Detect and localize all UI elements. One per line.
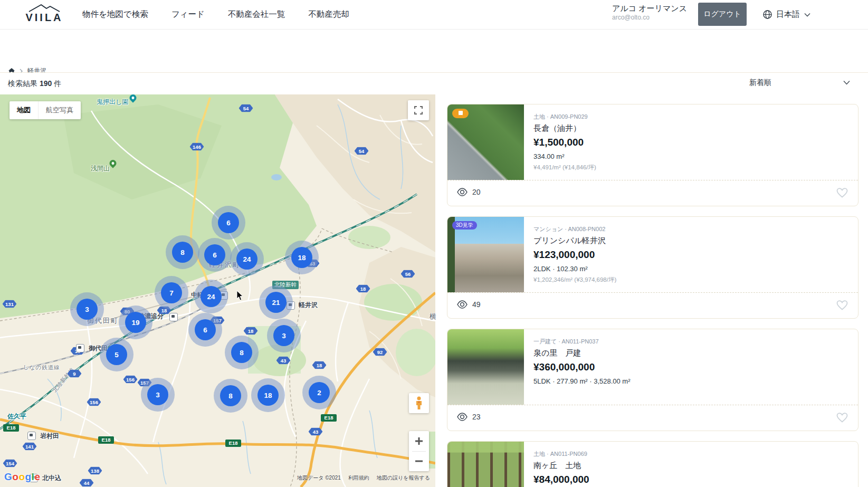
map-cluster-marker[interactable]: 8 bbox=[231, 342, 252, 363]
map-cluster-marker[interactable]: 5 bbox=[106, 344, 127, 365]
map-cluster-marker[interactable]: 6 bbox=[195, 319, 216, 340]
map-cluster-marker[interactable]: 19 bbox=[125, 312, 146, 333]
property-photo bbox=[447, 442, 524, 487]
map-cluster-marker[interactable]: 3 bbox=[147, 384, 168, 405]
favorite-heart-icon[interactable] bbox=[836, 188, 848, 198]
mountain-logo-icon bbox=[27, 4, 61, 12]
nav-item[interactable]: 不動産売却 bbox=[308, 9, 349, 20]
language-label: 日本語 bbox=[776, 9, 800, 20]
property-card[interactable]: 土地 · AN011-PN069 南ヶ丘 土地 ¥84,000,000 903.… bbox=[447, 441, 859, 487]
property-price: ¥1,500,000 bbox=[533, 137, 584, 148]
card-footer: 23 bbox=[447, 405, 858, 431]
map-cluster-marker[interactable]: 3 bbox=[273, 325, 294, 346]
property-photo bbox=[447, 329, 524, 405]
map-cluster-marker[interactable]: 7 bbox=[161, 282, 182, 303]
title-section: 軽井沢 長野県軽井沢 bbox=[0, 30, 868, 72]
map-cluster-marker[interactable]: 8 bbox=[220, 385, 241, 406]
zoom-out-button[interactable] bbox=[409, 452, 429, 472]
main-nav: 物件を地図で検索フィード不動産会社一覧不動産売却 bbox=[82, 0, 349, 29]
property-price: ¥123,000,000 bbox=[533, 249, 595, 261]
property-card[interactable]: 土地 · AN009-PN029 長倉（油井） ¥1,500,000 334.0… bbox=[447, 104, 859, 206]
favorite-heart-icon[interactable] bbox=[836, 300, 848, 310]
property-title: 泉の里 戸建 bbox=[533, 348, 581, 358]
eye-icon bbox=[457, 413, 468, 421]
logo-wordmark: VIILA bbox=[24, 12, 64, 23]
property-unit-price: ¥1,202,346/m² (¥3,974,698/坪) bbox=[533, 276, 616, 284]
language-selector[interactable]: 日本語 bbox=[763, 0, 810, 29]
minus-icon bbox=[415, 457, 423, 465]
user-info: アルコ オーリマンス arco@olto.co bbox=[612, 4, 687, 22]
property-title: 南ヶ丘 土地 bbox=[533, 461, 581, 471]
results-bar: 検索結果 190 件 新着順 bbox=[0, 72, 868, 94]
top-navbar: VIILA 物件を地図で検索フィード不動産会社一覧不動産売却 アルコ オーリマン… bbox=[0, 0, 868, 30]
map-cluster-marker[interactable]: 18 bbox=[257, 385, 279, 406]
map-cluster-marker[interactable]: 24 bbox=[236, 249, 257, 270]
property-card[interactable]: 一戸建て · AN011-PN037 泉の里 戸建 ¥360,000,000 5… bbox=[447, 329, 859, 431]
chevron-down-icon bbox=[804, 13, 810, 17]
view-count-value: 23 bbox=[472, 413, 481, 421]
user-name: アルコ オーリマンス bbox=[612, 4, 687, 14]
map-cluster-marker[interactable]: 24 bbox=[201, 286, 222, 307]
view-count: 23 bbox=[457, 413, 481, 421]
zoom-control bbox=[409, 431, 429, 471]
pegman-button[interactable] bbox=[409, 393, 429, 413]
property-category-id: マンション · AN008-PN002 bbox=[533, 225, 605, 233]
viila-property-search-page: VIILA 物件を地図で検索フィード不動産会社一覧不動産売却 アルコ オーリマン… bbox=[0, 0, 868, 487]
nav-item[interactable]: 不動産会社一覧 bbox=[228, 9, 285, 20]
results-count: 190 bbox=[40, 79, 52, 88]
property-photo: 3D見学 bbox=[447, 217, 524, 292]
map-cluster-marker[interactable]: 18 bbox=[291, 247, 312, 268]
view-count: 49 bbox=[457, 300, 481, 309]
report-map-error-link[interactable]: 地図の誤りを報告する bbox=[377, 474, 430, 482]
view-count-value: 20 bbox=[472, 188, 481, 196]
map-cluster-marker[interactable]: 6 bbox=[218, 212, 239, 233]
property-photo bbox=[447, 104, 524, 180]
property-category-id: 土地 · AN011-PN069 bbox=[533, 450, 587, 458]
globe-icon bbox=[763, 10, 772, 19]
map-cluster-marker[interactable]: 6 bbox=[204, 244, 225, 265]
viila-logo[interactable]: VIILA bbox=[24, 4, 64, 23]
logout-button[interactable]: ログアウト bbox=[698, 3, 747, 26]
map-type-control: 地図 航空写真 bbox=[9, 101, 81, 119]
view-count: 20 bbox=[457, 188, 481, 196]
map-type-map-button[interactable]: 地図 bbox=[9, 101, 39, 119]
property-badge bbox=[452, 109, 469, 118]
map-cluster-marker[interactable]: 21 bbox=[265, 292, 287, 313]
sort-select[interactable]: 新着順 bbox=[749, 78, 771, 88]
zoom-in-button[interactable] bbox=[409, 431, 429, 451]
fullscreen-icon bbox=[414, 106, 423, 114]
card-footer: 20 bbox=[447, 180, 858, 206]
map-cluster-marker[interactable]: 3 bbox=[77, 299, 98, 320]
card-footer: 49 bbox=[447, 293, 858, 318]
property-card[interactable]: 3D見学 マンション · AN008-PN002 プリンシパル軽井沢 ¥123,… bbox=[447, 216, 859, 319]
view-count-value: 49 bbox=[472, 300, 481, 309]
nav-item[interactable]: フィード bbox=[171, 9, 205, 20]
results-summary: 検索結果 190 件 bbox=[8, 79, 61, 89]
listings-column: 土地 · AN009-PN029 長倉（油井） ¥1,500,000 334.0… bbox=[447, 104, 859, 487]
map-type-satellite-button[interactable]: 航空写真 bbox=[39, 101, 81, 119]
terms-link[interactable]: 利用規約 bbox=[348, 474, 369, 482]
map-cluster-marker[interactable]: 8 bbox=[172, 242, 193, 263]
results-suffix: 件 bbox=[52, 79, 61, 88]
property-unit-price: ¥4,491/m² (¥14,846/坪) bbox=[533, 164, 596, 171]
property-category-id: 一戸建て · AN011-PN037 bbox=[533, 338, 599, 346]
property-title: 長倉（油井） bbox=[533, 123, 581, 133]
results-prefix: 検索結果 bbox=[8, 79, 40, 88]
sort-chevron-icon[interactable] bbox=[843, 80, 850, 85]
map-cluster-marker[interactable]: 2 bbox=[309, 382, 330, 403]
pegman-icon bbox=[415, 396, 423, 410]
property-price: ¥84,000,000 bbox=[533, 474, 589, 485]
user-email: arco@olto.co bbox=[612, 14, 687, 22]
favorite-heart-icon[interactable] bbox=[836, 413, 848, 423]
property-specs: 5LDK · 277.90 m² · 3,528.00 m² bbox=[533, 377, 631, 385]
nav-item[interactable]: 物件を地図で検索 bbox=[82, 9, 148, 20]
property-specs: 2LDK · 102.30 m² bbox=[533, 265, 588, 273]
plus-icon bbox=[415, 437, 423, 445]
eye-icon bbox=[457, 188, 468, 196]
property-price: ¥360,000,000 bbox=[533, 361, 595, 373]
property-specs: 334.00 m² bbox=[533, 152, 565, 160]
fullscreen-button[interactable] bbox=[408, 100, 429, 120]
property-category-id: 土地 · AN009-PN029 bbox=[533, 113, 588, 121]
eye-icon bbox=[457, 300, 468, 309]
property-badge: 3D見学 bbox=[452, 221, 477, 230]
